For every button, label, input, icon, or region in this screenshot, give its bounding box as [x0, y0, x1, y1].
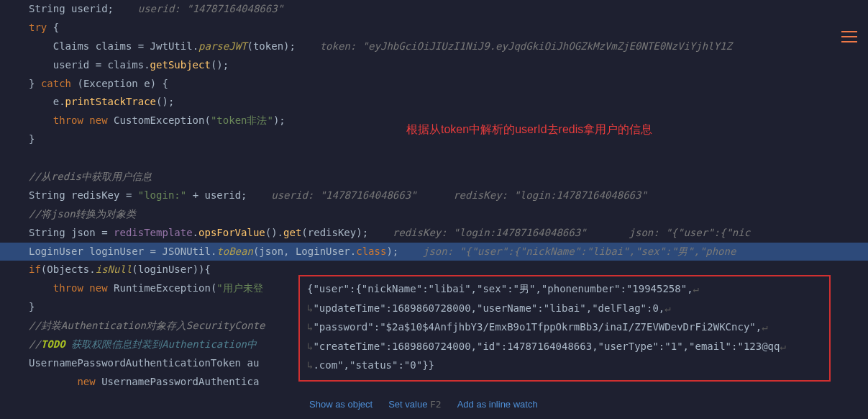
code-line[interactable]: userid = claims.getSubject();	[29, 56, 868, 75]
code-line[interactable]: String json = redisTemplate.opsForValue(…	[29, 224, 868, 243]
debug-tooltip: {"user":{"nickName":"libai","sex":"男","p…	[298, 275, 831, 382]
code-line[interactable]: } catch (Exception e) {	[29, 75, 868, 94]
code-line[interactable]: Claims claims = JwtUtil.parseJWT(token);…	[29, 37, 868, 56]
code-line[interactable]: //从redis中获取用户信息	[29, 168, 868, 186]
code-line[interactable]	[29, 149, 868, 168]
tooltip-json-content: {"user":{"nickName":"libai","sex":"男","p…	[307, 279, 822, 375]
code-line[interactable]: e.printStackTrace();	[29, 93, 868, 112]
set-value-link[interactable]: Set value	[388, 399, 427, 410]
annotation-caption: 根据从token中解析的userId去redis拿用户的信息	[406, 119, 652, 140]
set-value-shortcut: F2	[430, 399, 442, 410]
add-inline-watch-link[interactable]: Add as inline watch	[457, 396, 538, 413]
code-line[interactable]: String redisKey = "login:" + userid; use…	[29, 186, 868, 205]
show-as-object-link[interactable]: Show as object	[309, 396, 373, 413]
code-line[interactable]: try {	[29, 19, 868, 37]
code-line[interactable]: String userid; userid: "14787164048663"	[29, 0, 868, 19]
code-line-active[interactable]: LoginUser loginUser = JSONUtil.toBean(js…	[0, 243, 868, 261]
debug-action-bar: Show as object Set value F2 Add as inlin…	[309, 396, 538, 413]
code-line[interactable]: //将json转换为对象类	[29, 205, 868, 224]
